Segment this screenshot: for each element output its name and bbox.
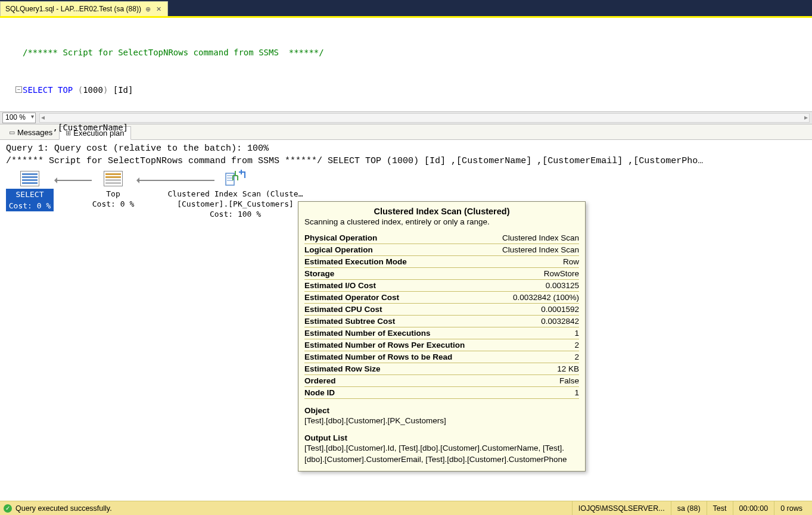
tooltip-property-row: Node ID1 [304, 387, 579, 399]
plan-node-clustered-index-scan[interactable]: Clustered Index Scan (Cluste… [Customer]… [161, 170, 310, 219]
status-bar: ✓ Query executed successfully. IOJQ5\MSS… [0, 501, 812, 515]
tooltip-property-value: 0.0032842 (100%) [490, 292, 579, 304]
status-row-count: 0 rows [774, 501, 808, 515]
tooltip-property-key: Estimated Execution Mode [304, 256, 490, 268]
zoom-dropdown[interactable]: 100 % [2, 113, 36, 123]
tooltip-property-row: Estimated Row Size12 KB [304, 363, 579, 375]
tooltip-property-row: Estimated I/O Cost0.003125 [304, 280, 579, 292]
tooltip-property-row: OrderedFalse [304, 375, 579, 387]
tooltip-property-value: 0.003125 [490, 280, 579, 292]
tooltip-property-value: False [490, 375, 579, 387]
document-tab-strip: SQLQuery1.sql - LAP...ER02.Test (sa (88)… [0, 0, 812, 16]
plan-node-scan-object: [Customer].[PK_Customers] [161, 199, 310, 209]
zoom-value: 100 % [5, 113, 26, 121]
pin-icon[interactable]: ⊕ [145, 5, 152, 13]
operator-tooltip: Clustered Index Scan (Clustered) Scannin… [298, 201, 586, 472]
plan-header: Query 1: Query cost (relative to the bat… [0, 140, 812, 170]
tooltip-property-key: Estimated I/O Cost [304, 280, 490, 292]
tooltip-object-text: [Test].[dbo].[Customer].[PK_Customers] [304, 415, 579, 426]
tooltip-property-key: Estimated Subtree Cost [304, 316, 490, 327]
horizontal-scrollbar[interactable] [39, 113, 810, 123]
tooltip-property-row: Estimated Number of Executions1 [304, 327, 579, 339]
tooltip-property-row: Estimated CPU Cost0.0001592 [304, 304, 579, 316]
tooltip-property-row: StorageRowStore [304, 268, 579, 280]
select-node-icon [19, 170, 41, 188]
tooltip-property-key: Estimated CPU Cost [304, 304, 490, 316]
tooltip-property-key: Estimated Number of Rows to be Read [304, 351, 490, 363]
tooltip-property-row: Estimated Operator Cost0.0032842 (100%) [304, 292, 579, 304]
status-user: sa (88) [671, 501, 707, 515]
tooltip-property-row: Estimated Subtree Cost0.0032842 [304, 316, 579, 327]
tooltip-output-label: Output List [304, 433, 579, 442]
tooltip-property-value: 2 [490, 339, 579, 351]
tooltip-property-value: 0.0001592 [490, 304, 579, 316]
clustered-index-scan-icon [225, 170, 246, 188]
tooltip-property-row: Estimated Number of Rows Per Execution2 [304, 339, 579, 351]
close-icon[interactable]: ✕ [155, 5, 163, 13]
tooltip-property-value: Clustered Index Scan [490, 244, 579, 256]
tooltip-property-value: 1 [490, 327, 579, 339]
tooltip-property-key: Estimated Number of Executions [304, 327, 490, 339]
tooltip-property-key: Estimated Number of Rows Per Execution [304, 339, 490, 351]
plan-node-select-cost: Cost: 0 % [6, 200, 54, 211]
tooltip-property-key: Physical Operation [304, 232, 490, 244]
plan-query-cost: Query 1: Query cost (relative to the bat… [6, 142, 806, 155]
document-tab[interactable]: SQLQuery1.sql - LAP...ER02.Test (sa (88)… [0, 1, 168, 16]
tooltip-property-row: Logical OperationClustered Index Scan [304, 244, 579, 256]
tooltip-properties-table: Physical OperationClustered Index ScanLo… [304, 232, 579, 399]
collapse-toggle-icon[interactable]: − [15, 86, 22, 93]
plan-query-text: /****** Script for SelectTopNRows comman… [6, 155, 806, 167]
tooltip-property-row: Physical OperationClustered Index Scan [304, 232, 579, 244]
tooltip-property-key: Estimated Row Size [304, 363, 490, 375]
plan-node-top-label: Top [83, 189, 143, 199]
tooltip-property-row: Estimated Number of Rows to be Read2 [304, 351, 579, 363]
zoom-bar: 100 % [0, 111, 812, 124]
plan-node-top-cost: Cost: 0 % [83, 199, 143, 209]
plan-node-select-label: SELECT [6, 189, 54, 200]
document-tab-title: SQLQuery1.sql - LAP...ER02.Test (sa (88)… [5, 5, 141, 13]
tooltip-property-value: Row [490, 256, 579, 268]
status-message: Query executed successfully. [15, 504, 112, 513]
sql-editor[interactable]: /****** Script for SelectTopNRows comman… [0, 16, 812, 111]
status-elapsed-time: 00:00:00 [733, 501, 774, 515]
tooltip-property-value: 12 KB [490, 363, 579, 375]
tooltip-property-value: 0.0032842 [490, 316, 579, 327]
tooltip-title: Clustered Index Scan (Clustered) [304, 207, 579, 216]
tooltip-property-key: Logical Operation [304, 244, 490, 256]
status-server: IOJQ5\MSSQLSERVER... [572, 501, 671, 515]
tooltip-property-key: Node ID [304, 387, 490, 399]
tooltip-property-value: 2 [490, 351, 579, 363]
top-node-icon [102, 170, 124, 188]
success-icon: ✓ [4, 504, 12, 513]
tooltip-property-key: Estimated Operator Cost [304, 292, 490, 304]
tooltip-description: Scanning a clustered index, entirely or … [304, 217, 579, 226]
tooltip-output-text: [Test].[dbo].[Customer].Id, [Test].[dbo]… [304, 442, 579, 465]
plan-node-select[interactable]: SELECT Cost: 0 % [6, 170, 54, 211]
tooltip-object-label: Object [304, 406, 579, 415]
tooltip-property-key: Ordered [304, 375, 490, 387]
plan-node-scan-cost: Cost: 100 % [161, 209, 310, 219]
tooltip-property-value: RowStore [490, 268, 579, 280]
plan-node-top[interactable]: Top Cost: 0 % [83, 170, 143, 209]
tooltip-property-value: Clustered Index Scan [490, 232, 579, 244]
plan-node-scan-label: Clustered Index Scan (Cluste… [161, 189, 310, 199]
code-comment: /****** Script for SelectTopNRows comman… [23, 48, 324, 57]
status-database: Test [707, 501, 733, 515]
tooltip-property-key: Storage [304, 268, 490, 280]
tooltip-property-value: 1 [490, 387, 579, 399]
tooltip-property-row: Estimated Execution ModeRow [304, 256, 579, 268]
